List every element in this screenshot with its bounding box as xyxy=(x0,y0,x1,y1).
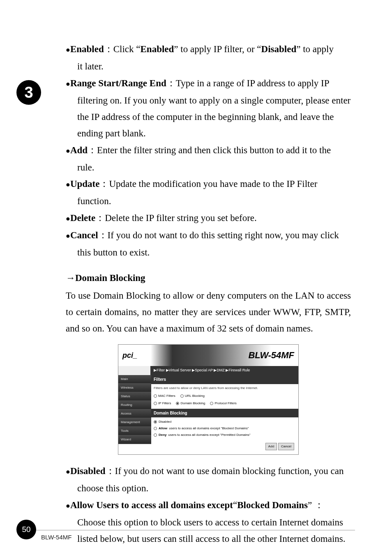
ss-main: Filters Filters are used to allow or den… xyxy=(151,375,298,454)
ss-opt-allow[interactable]: Allow users to access all domains except… xyxy=(154,425,296,432)
page-number: 50 xyxy=(22,525,30,534)
bullet-disabled: ●Disabled：If you do not want to use doma… xyxy=(66,463,351,479)
text: the IP address of the computer in the be… xyxy=(66,109,351,125)
ss-nav-wizard[interactable]: Wizard xyxy=(118,435,151,444)
text: filtering on. If you only want to apply … xyxy=(66,92,351,109)
ss-nav-routing[interactable]: Routing xyxy=(118,401,151,410)
quote-open: “ xyxy=(257,44,261,54)
radio-icon xyxy=(176,402,179,405)
ss-blocking-header: Domain Blocking xyxy=(151,409,298,418)
ss-radio-ip[interactable]: IP Filters xyxy=(154,401,171,406)
footer-divider xyxy=(36,530,355,530)
text: ：Update the modification you have made t… xyxy=(99,179,317,189)
radio-icon xyxy=(154,402,157,405)
label: Protocol Filters xyxy=(214,401,236,406)
footer-model: BLW-54MF xyxy=(41,534,71,541)
section-title: →Domain Blocking xyxy=(66,270,351,286)
ss-radio-domain[interactable]: Domain Blocking xyxy=(176,401,205,406)
screenshot-container: pci_ BLW-54MF ▶Filter ▶Virtual Server ▶S… xyxy=(66,344,351,455)
text: ：Enter the filter string and then click … xyxy=(88,145,331,155)
ss-add-button[interactable]: Add xyxy=(265,443,277,450)
text: ：If you do not want to use domain blocki… xyxy=(106,466,344,476)
ss-buttons: Add Cancel xyxy=(151,440,298,454)
text: rule. xyxy=(66,159,351,176)
bullet-cancel: ●Cancel：If you do not want to do this se… xyxy=(66,227,351,244)
quote-close: ” xyxy=(308,500,312,510)
ss-nav-main[interactable]: Main xyxy=(118,375,151,384)
bullet-add: ●Add：Enter the filter string and then cl… xyxy=(66,142,351,159)
add-label: Add xyxy=(70,145,88,155)
text: ：Type in a range of IP address to apply … xyxy=(166,78,330,88)
bullet-allow: ●Allow Users to access all domains excep… xyxy=(66,497,351,514)
quote-open: “ xyxy=(233,500,237,510)
ss-breadcrumb: ▶Filter ▶Virtual Server ▶Special AP ▶DMZ… xyxy=(150,366,298,375)
radio-icon xyxy=(154,433,157,437)
bullet-range: ●Range Start/Range End：Type in a range o… xyxy=(66,75,351,92)
label: IP Filters xyxy=(158,401,171,406)
ss-filters-header: Filters xyxy=(151,375,298,384)
main-content: ●Enabled：Click “Enabled” to apply IP fil… xyxy=(66,41,351,547)
text: ： xyxy=(312,500,324,510)
range-label: Range Start/Range End xyxy=(70,78,166,88)
radio-icon xyxy=(154,420,157,424)
chapter-number: 3 xyxy=(24,84,33,101)
quote-close: ” xyxy=(296,44,300,54)
text: to certain domains, no matter they are s… xyxy=(66,307,351,317)
quote-close: ” xyxy=(174,44,178,54)
ss-header: pci_ BLW-54MF xyxy=(118,345,298,366)
bullet-update: ●Update：Update the modification you have… xyxy=(66,176,351,192)
ss-model: BLW-54MF xyxy=(248,348,298,364)
ss-opt-disabled[interactable]: Disabled xyxy=(154,419,296,425)
update-label: Update xyxy=(70,179,100,189)
ss-opt-deny[interactable]: Deny users to access all domains except … xyxy=(154,432,296,438)
bullet-icon: ● xyxy=(66,46,70,54)
label-pre: Deny xyxy=(159,432,167,438)
ss-nav-status[interactable]: Status xyxy=(118,392,151,401)
label: MAC Filters xyxy=(158,393,175,399)
ss-cancel-button[interactable]: Cancel xyxy=(278,443,294,450)
bullet-enabled: ●Enabled：Click “Enabled” to apply IP fil… xyxy=(66,41,351,58)
ss-radio-protocol[interactable]: Protocol Filters xyxy=(210,401,236,406)
ss-block-options: Disabled Allow users to access all domai… xyxy=(151,417,298,440)
router-ui-screenshot: pci_ BLW-54MF ▶Filter ▶Virtual Server ▶S… xyxy=(118,344,299,455)
page-footer: 50 xyxy=(16,520,36,539)
disabled-label: Disabled xyxy=(70,466,106,476)
bullet-icon: ● xyxy=(66,180,70,189)
label-pre: Allow xyxy=(159,426,167,431)
allow-inner: Blocked Domains xyxy=(237,500,308,510)
ss-nav-tools[interactable]: Tools xyxy=(118,427,151,435)
ss-radio-mac[interactable]: MAC Filters xyxy=(154,393,175,399)
bullet-icon: ● xyxy=(66,80,70,88)
text: and so on. You can have a maximum of 32 … xyxy=(66,323,313,334)
bullet-icon: ● xyxy=(66,502,70,510)
label: users to access all domains except "Perm… xyxy=(168,432,251,438)
bullet-icon: ● xyxy=(66,232,70,240)
text: ：If you do not want to do this setting r… xyxy=(98,230,339,240)
arrow-icon: → xyxy=(66,273,75,283)
bullet-icon: ● xyxy=(66,467,70,476)
chapter-badge: 3 xyxy=(16,80,41,105)
bullet-icon: ● xyxy=(66,214,70,223)
text: to apply xyxy=(300,44,334,54)
text: ：Delete the IP filter string you set bef… xyxy=(95,213,257,223)
text: this button to exist. xyxy=(66,244,351,261)
ss-filters-desc: Filters are used to allow or deny LAN us… xyxy=(151,384,298,392)
radio-icon xyxy=(154,394,157,398)
enabled-label: Enabled xyxy=(70,44,104,54)
radio-icon xyxy=(154,427,157,430)
ss-filter-radios-row1: MAC Filters URL Blocking xyxy=(151,392,298,400)
label: Disabled xyxy=(159,419,171,425)
label: URL Blocking xyxy=(185,393,205,399)
ss-radio-url[interactable]: URL Blocking xyxy=(180,393,205,399)
ss-filter-radios-row2: IP Filters Domain Blocking Protocol Filt… xyxy=(151,400,298,409)
text: ending part blank. xyxy=(66,125,351,142)
ss-nav-management[interactable]: Management xyxy=(118,418,151,427)
label: Domain Blocking xyxy=(180,401,205,406)
ss-nav-wireless[interactable]: Wireless xyxy=(118,384,151,392)
text: function. xyxy=(66,193,351,210)
ss-nav-access[interactable]: Access xyxy=(118,410,151,418)
text: choose this option. xyxy=(66,480,351,497)
radio-icon xyxy=(210,402,213,405)
ss-body: Main Wireless Status Routing Access Mana… xyxy=(118,375,298,454)
text: listed below, but users can still access… xyxy=(66,531,351,547)
